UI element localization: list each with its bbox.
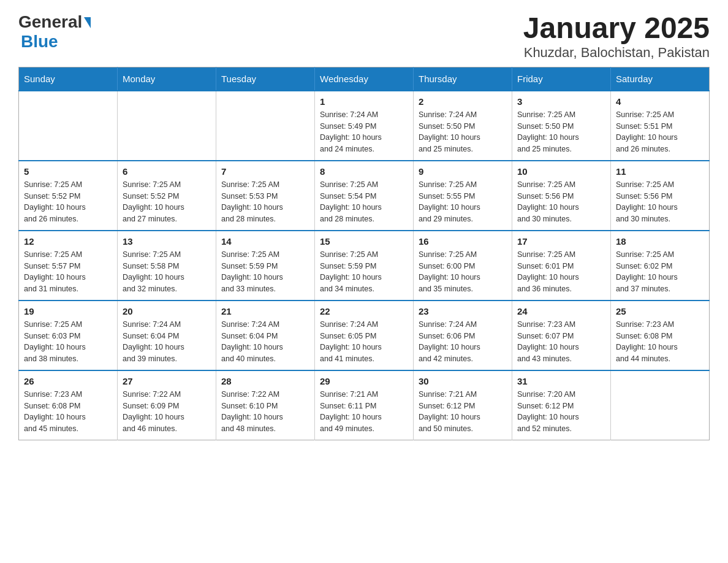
- day-number: 16: [419, 236, 507, 247]
- day-info: Sunrise: 7:25 AM Sunset: 6:01 PM Dayligh…: [517, 249, 605, 295]
- logo-blue-text: Blue: [21, 32, 58, 52]
- day-info: Sunrise: 7:25 AM Sunset: 5:56 PM Dayligh…: [616, 179, 704, 225]
- day-info: Sunrise: 7:25 AM Sunset: 5:57 PM Dayligh…: [24, 249, 112, 295]
- day-number: 29: [320, 376, 408, 386]
- calendar-cell: 16Sunrise: 7:25 AM Sunset: 6:00 PM Dayli…: [414, 231, 512, 301]
- day-number: 13: [123, 236, 211, 247]
- day-header-friday: Friday: [512, 67, 611, 91]
- calendar-cell: 22Sunrise: 7:24 AM Sunset: 6:05 PM Dayli…: [315, 301, 414, 370]
- day-info: Sunrise: 7:24 AM Sunset: 5:50 PM Dayligh…: [419, 109, 507, 155]
- day-info: Sunrise: 7:22 AM Sunset: 6:09 PM Dayligh…: [123, 389, 211, 435]
- calendar-cell: 31Sunrise: 7:20 AM Sunset: 6:12 PM Dayli…: [512, 370, 611, 440]
- day-info: Sunrise: 7:21 AM Sunset: 6:11 PM Dayligh…: [320, 389, 408, 435]
- day-info: Sunrise: 7:25 AM Sunset: 5:51 PM Dayligh…: [616, 109, 704, 155]
- calendar-week-5: 26Sunrise: 7:23 AM Sunset: 6:08 PM Dayli…: [19, 370, 710, 440]
- page-header: General Blue January 2025 Khuzdar, Baloc…: [18, 12, 710, 61]
- calendar-cell: 7Sunrise: 7:25 AM Sunset: 5:53 PM Daylig…: [216, 161, 315, 231]
- calendar-cell: 3Sunrise: 7:25 AM Sunset: 5:50 PM Daylig…: [512, 91, 611, 161]
- day-info: Sunrise: 7:24 AM Sunset: 6:06 PM Dayligh…: [419, 319, 507, 365]
- day-number: 28: [221, 376, 309, 386]
- day-info: Sunrise: 7:23 AM Sunset: 6:08 PM Dayligh…: [24, 389, 112, 435]
- calendar-cell: 14Sunrise: 7:25 AM Sunset: 5:59 PM Dayli…: [216, 231, 315, 301]
- day-number: 4: [616, 96, 704, 107]
- calendar-cell: 29Sunrise: 7:21 AM Sunset: 6:11 PM Dayli…: [315, 370, 414, 440]
- calendar-cell: 15Sunrise: 7:25 AM Sunset: 5:59 PM Dayli…: [315, 231, 414, 301]
- day-info: Sunrise: 7:25 AM Sunset: 5:58 PM Dayligh…: [123, 249, 211, 295]
- day-info: Sunrise: 7:23 AM Sunset: 6:07 PM Dayligh…: [517, 319, 605, 365]
- day-number: 23: [419, 306, 507, 316]
- calendar-body: 1Sunrise: 7:24 AM Sunset: 5:49 PM Daylig…: [19, 91, 710, 440]
- calendar-cell: [118, 91, 216, 161]
- day-info: Sunrise: 7:23 AM Sunset: 6:08 PM Dayligh…: [616, 319, 704, 365]
- calendar-cell: 25Sunrise: 7:23 AM Sunset: 6:08 PM Dayli…: [611, 301, 710, 370]
- calendar-table: SundayMondayTuesdayWednesdayThursdayFrid…: [18, 67, 710, 440]
- day-info: Sunrise: 7:25 AM Sunset: 6:00 PM Dayligh…: [419, 249, 507, 295]
- calendar-cell: 8Sunrise: 7:25 AM Sunset: 5:54 PM Daylig…: [315, 161, 414, 231]
- calendar-cell: 30Sunrise: 7:21 AM Sunset: 6:12 PM Dayli…: [414, 370, 512, 440]
- calendar-cell: 18Sunrise: 7:25 AM Sunset: 6:02 PM Dayli…: [611, 231, 710, 301]
- calendar-cell: 28Sunrise: 7:22 AM Sunset: 6:10 PM Dayli…: [216, 370, 315, 440]
- calendar-week-3: 12Sunrise: 7:25 AM Sunset: 5:57 PM Dayli…: [19, 231, 710, 301]
- calendar-cell: 12Sunrise: 7:25 AM Sunset: 5:57 PM Dayli…: [19, 231, 118, 301]
- day-info: Sunrise: 7:25 AM Sunset: 6:03 PM Dayligh…: [24, 319, 112, 365]
- day-number: 31: [517, 376, 605, 386]
- calendar-cell: [611, 370, 710, 440]
- day-header-wednesday: Wednesday: [315, 67, 414, 91]
- day-info: Sunrise: 7:25 AM Sunset: 5:59 PM Dayligh…: [320, 249, 408, 295]
- calendar-cell: [19, 91, 118, 161]
- calendar-cell: 13Sunrise: 7:25 AM Sunset: 5:58 PM Dayli…: [118, 231, 216, 301]
- calendar-cell: [216, 91, 315, 161]
- day-info: Sunrise: 7:25 AM Sunset: 5:52 PM Dayligh…: [123, 179, 211, 225]
- day-number: 30: [419, 376, 507, 386]
- day-number: 19: [24, 306, 112, 316]
- day-info: Sunrise: 7:20 AM Sunset: 6:12 PM Dayligh…: [517, 389, 605, 435]
- calendar-cell: 20Sunrise: 7:24 AM Sunset: 6:04 PM Dayli…: [118, 301, 216, 370]
- page-title: January 2025: [523, 12, 710, 45]
- day-number: 7: [221, 166, 309, 177]
- day-number: 20: [123, 306, 211, 316]
- logo-general-text: General: [18, 12, 82, 32]
- day-number: 21: [221, 306, 309, 316]
- calendar-week-2: 5Sunrise: 7:25 AM Sunset: 5:52 PM Daylig…: [19, 161, 710, 231]
- day-number: 1: [320, 96, 408, 107]
- day-number: 22: [320, 306, 408, 316]
- day-header-monday: Monday: [118, 67, 216, 91]
- calendar-cell: 24Sunrise: 7:23 AM Sunset: 6:07 PM Dayli…: [512, 301, 611, 370]
- day-number: 17: [517, 236, 605, 247]
- calendar-header: SundayMondayTuesdayWednesdayThursdayFrid…: [19, 67, 710, 91]
- day-number: 2: [419, 96, 507, 107]
- calendar-cell: 17Sunrise: 7:25 AM Sunset: 6:01 PM Dayli…: [512, 231, 611, 301]
- calendar-cell: 1Sunrise: 7:24 AM Sunset: 5:49 PM Daylig…: [315, 91, 414, 161]
- day-info: Sunrise: 7:24 AM Sunset: 5:49 PM Dayligh…: [320, 109, 408, 155]
- day-number: 26: [24, 376, 112, 386]
- calendar-cell: 19Sunrise: 7:25 AM Sunset: 6:03 PM Dayli…: [19, 301, 118, 370]
- calendar-cell: 11Sunrise: 7:25 AM Sunset: 5:56 PM Dayli…: [611, 161, 710, 231]
- day-headers-row: SundayMondayTuesdayWednesdayThursdayFrid…: [19, 67, 710, 91]
- day-info: Sunrise: 7:21 AM Sunset: 6:12 PM Dayligh…: [419, 389, 507, 435]
- calendar-cell: 4Sunrise: 7:25 AM Sunset: 5:51 PM Daylig…: [611, 91, 710, 161]
- day-info: Sunrise: 7:25 AM Sunset: 5:59 PM Dayligh…: [221, 249, 309, 295]
- day-number: 11: [616, 166, 704, 177]
- day-number: 14: [221, 236, 309, 247]
- calendar-cell: 10Sunrise: 7:25 AM Sunset: 5:56 PM Dayli…: [512, 161, 611, 231]
- day-header-tuesday: Tuesday: [216, 67, 315, 91]
- title-section: January 2025 Khuzdar, Balochistan, Pakis…: [523, 12, 710, 61]
- day-header-saturday: Saturday: [611, 67, 710, 91]
- day-info: Sunrise: 7:25 AM Sunset: 5:50 PM Dayligh…: [517, 109, 605, 155]
- logo-arrow-icon: [84, 17, 91, 28]
- day-header-sunday: Sunday: [19, 67, 118, 91]
- day-info: Sunrise: 7:24 AM Sunset: 6:04 PM Dayligh…: [221, 319, 309, 365]
- day-number: 24: [517, 306, 605, 316]
- day-number: 10: [517, 166, 605, 177]
- day-info: Sunrise: 7:22 AM Sunset: 6:10 PM Dayligh…: [221, 389, 309, 435]
- day-info: Sunrise: 7:24 AM Sunset: 6:05 PM Dayligh…: [320, 319, 408, 365]
- day-info: Sunrise: 7:25 AM Sunset: 5:54 PM Dayligh…: [320, 179, 408, 225]
- day-info: Sunrise: 7:25 AM Sunset: 6:02 PM Dayligh…: [616, 249, 704, 295]
- day-number: 25: [616, 306, 704, 316]
- day-number: 5: [24, 166, 112, 177]
- calendar-cell: 2Sunrise: 7:24 AM Sunset: 5:50 PM Daylig…: [414, 91, 512, 161]
- day-number: 8: [320, 166, 408, 177]
- calendar-cell: 21Sunrise: 7:24 AM Sunset: 6:04 PM Dayli…: [216, 301, 315, 370]
- calendar-cell: 26Sunrise: 7:23 AM Sunset: 6:08 PM Dayli…: [19, 370, 118, 440]
- day-number: 27: [123, 376, 211, 386]
